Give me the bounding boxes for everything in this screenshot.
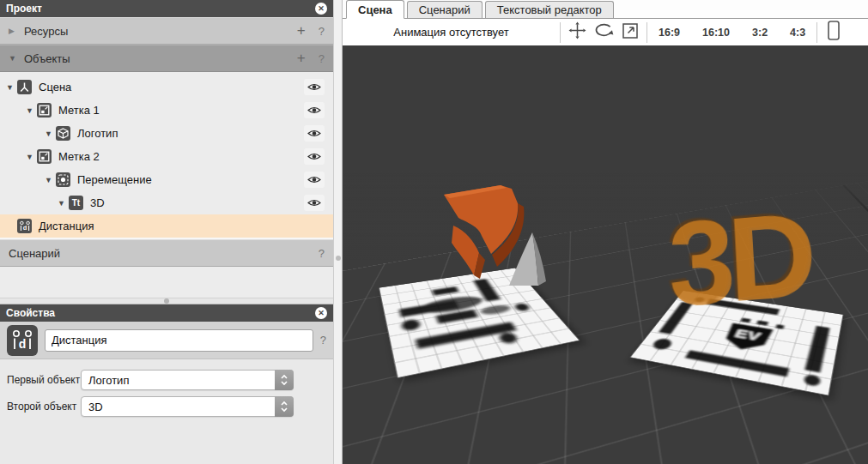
chevron-down-icon[interactable]: ▼ [26,106,37,115]
tree-row-3d-text[interactable]: ▼ Tt 3D [0,191,333,214]
tab-scene[interactable]: Сцена [346,0,404,19]
properties-body: Первый объект Логотип Второй объект 3D [0,359,333,464]
chevron-down-icon[interactable]: ▼ [6,83,17,92]
model-cube-icon [56,126,70,141]
animation-status-dropdown[interactable]: Анимация отсутствует [343,26,560,39]
editor-area: Сцена Сценарий Текстовый редактор Анимац… [343,0,868,464]
tab-text-editor[interactable]: Текстовый редактор [485,1,614,18]
distance-icon: d [17,219,32,233]
properties-panel-title: Свойства [6,307,55,319]
aspect-ratio-presets: 16:9 16:10 3:2 4:3 [647,27,816,39]
stepper-icon[interactable] [275,396,294,417]
tree-label: Перемещение [77,173,152,186]
scenario-help-button[interactable]: ? [319,247,325,260]
ratio-16-10-button[interactable]: 16:10 [691,27,741,39]
tree-row-logo[interactable]: ▼ Логотип [0,122,333,145]
properties-help-button[interactable]: ? [320,334,326,346]
visibility-eye-icon[interactable] [304,125,325,142]
splitter-handle-icon [164,298,169,304]
scene-3d-viewport[interactable]: EV [343,45,868,464]
add-object-button[interactable]: + [297,52,306,64]
field-label: Первый объект [7,374,81,386]
marker-icon [37,149,52,164]
section-objects-label: Объекты [24,52,70,65]
chevron-right-icon[interactable]: ▶ [9,27,24,35]
scale-tool-icon[interactable] [622,22,639,43]
object-tree: ▼ Сцена ▼ Метка 1 ▼ [0,72,333,238]
close-icon[interactable]: ✕ [315,3,327,15]
tab-scenario[interactable]: Сценарий [407,1,483,18]
ratio-4-3-button[interactable]: 4:3 [779,27,816,39]
svg-text:d: d [22,224,27,232]
transform-tools [561,21,646,43]
field-first-object: Первый объект Логотип [7,370,326,390]
stepper-icon[interactable] [275,370,294,390]
visibility-eye-icon[interactable] [304,172,325,188]
chevron-down-icon[interactable]: ▼ [26,153,37,161]
rotate-tool-icon[interactable] [594,22,614,42]
ratio-16-9-button[interactable]: 16:9 [647,27,691,39]
tree-row-distance[interactable]: d Дистанция [0,214,333,238]
project-panel: Проект ✕ ▶ Ресурсы + ? ▼ Объекты + ? ▼ [0,0,333,464]
section-objects[interactable]: ▼ Объекты + ? [0,45,333,72]
objects-help-button[interactable]: ? [319,52,325,65]
selected-value: Логотип [88,374,129,387]
section-scenario-label: Сценарий [9,247,60,260]
second-object-select[interactable]: 3D [81,396,294,417]
horizontal-splitter[interactable] [0,298,333,304]
visibility-eye-icon[interactable] [304,195,325,211]
chevron-down-icon[interactable]: ▼ [45,176,56,184]
text3d-icon: Tt [69,196,83,210]
section-resources-label: Ресурсы [24,25,68,38]
scene-axes-icon [17,80,32,94]
add-resource-button[interactable]: + [297,25,306,37]
field-label: Второй объект [7,401,81,413]
tree-row-scene[interactable]: ▼ Сцена [0,75,333,99]
vertical-splitter[interactable] [333,0,343,464]
resources-help-button[interactable]: ? [319,25,325,38]
tree-row-marker1[interactable]: ▼ Метка 1 [0,99,333,122]
marker-icon [37,103,52,118]
chevron-down-icon[interactable]: ▼ [9,54,24,63]
project-panel-titlebar: Проект ✕ [0,0,333,17]
triangle-model [504,227,554,292]
text3d-object: 3D [667,195,815,324]
section-resources[interactable]: ▶ Ресурсы + ? [0,17,333,45]
app-window: Проект ✕ ▶ Ресурсы + ? ▼ Объекты + ? ▼ [0,0,868,464]
selected-value: 3D [88,401,103,413]
tree-row-movement[interactable]: ▼ Перемещение [0,168,333,191]
tree-label: Метка 1 [58,104,100,117]
phone-preview-icon[interactable] [828,21,840,44]
tree-label: 3D [90,196,105,209]
svg-text:Tt: Tt [72,198,81,208]
move-tool-icon[interactable] [568,21,586,43]
distance-icon: d [7,325,38,356]
field-second-object: Второй объект 3D [7,396,326,417]
ratio-3-2-button[interactable]: 3:2 [741,27,779,39]
first-object-select[interactable]: Логотип [81,370,294,390]
chevron-down-icon[interactable]: ▼ [58,199,69,208]
close-icon[interactable]: ✕ [315,307,327,319]
panel-filler [0,267,333,298]
visibility-eye-icon[interactable] [304,148,325,165]
move-behavior-icon [56,172,70,187]
tree-label: Метка 2 [58,150,100,163]
section-scenario[interactable]: Сценарий ? [0,239,333,267]
svg-text:d: d [19,336,27,350]
visibility-eye-icon[interactable] [304,102,325,118]
tree-label: Дистанция [39,220,94,232]
splitter-handle-icon [336,256,341,261]
object-name-input[interactable] [45,329,313,352]
properties-header-row: d ? [0,322,333,359]
properties-panel-titlebar: Свойства ✕ [0,304,333,322]
tree-row-marker2[interactable]: ▼ Метка 2 [0,145,333,168]
editor-tabbar: Сцена Сценарий Текстовый редактор [343,0,868,19]
viewport-toolbar: Анимация отсутствует 16:9 16:10 3:2 4:3 [343,19,868,45]
visibility-eye-icon[interactable] [304,79,325,95]
chevron-down-icon[interactable]: ▼ [45,130,56,138]
tree-label: Логотип [77,127,118,140]
project-panel-title: Проект [6,3,42,15]
tree-label: Сцена [39,81,71,93]
